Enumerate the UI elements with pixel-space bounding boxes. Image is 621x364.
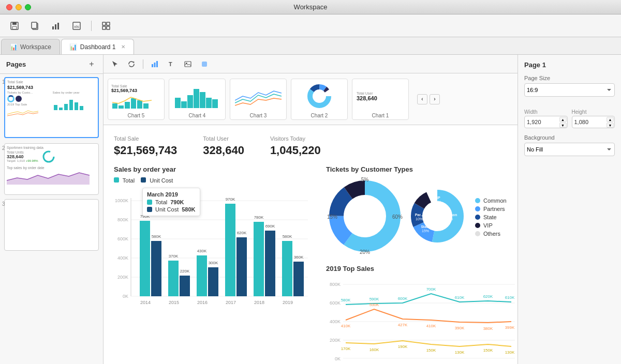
- vip-legend: VIP: [475, 222, 507, 229]
- svg-text:Par...: Par...: [415, 213, 424, 217]
- svg-rect-80: [282, 241, 292, 296]
- vip-label: VIP: [483, 222, 493, 229]
- tooltip-unit-value: 580K: [182, 206, 195, 213]
- svg-text:620K: 620K: [483, 294, 493, 299]
- sidebar-header: Pages +: [0, 55, 103, 74]
- layout-button[interactable]: [98, 19, 114, 33]
- chart-strip-5[interactable]: Total Sale $21,569,743 Chart: [108, 79, 165, 120]
- svg-text:T: T: [169, 61, 172, 67]
- bar-chart-button[interactable]: [147, 57, 162, 71]
- add-page-button[interactable]: +: [86, 59, 97, 69]
- svg-text:600K: 600K: [398, 296, 408, 301]
- minimize-button[interactable]: [16, 4, 22, 10]
- svg-rect-24: [156, 61, 158, 67]
- tab-workspace[interactable]: 📊 Workspace: [1, 39, 60, 54]
- svg-rect-10: [102, 22, 106, 25]
- svg-text:300K: 300K: [209, 261, 218, 265]
- svg-rect-12: [102, 26, 106, 29]
- chart-2-label: Chart 2: [311, 113, 328, 118]
- svg-text:53%: 53%: [446, 217, 453, 221]
- chart-strip-4[interactable]: Chart 4: [169, 79, 226, 120]
- tab-close-icon[interactable]: ✕: [121, 44, 125, 50]
- svg-text:800K: 800K: [330, 282, 341, 287]
- save-button[interactable]: [6, 19, 23, 33]
- page-3-thumb[interactable]: 3: [4, 199, 99, 251]
- charts-strip: Total Sale $21,569,743 Chart: [103, 73, 518, 125]
- chart-strip-2[interactable]: Chart 2: [291, 79, 348, 120]
- svg-rect-37: [187, 95, 193, 108]
- total-legend-label: Total: [123, 177, 135, 184]
- sales-legend: Total Unit Cost: [114, 177, 316, 184]
- svg-rect-68: [197, 255, 207, 296]
- chart-1-label: Chart 1: [372, 113, 389, 118]
- close-button[interactable]: [6, 4, 12, 10]
- svg-point-46: [315, 92, 323, 100]
- partners-label: Partners: [483, 206, 505, 212]
- vip-dot: [475, 223, 480, 228]
- svg-text:10%: 10%: [434, 200, 441, 204]
- svg-rect-81: [293, 262, 304, 296]
- svg-text:1000K: 1000K: [115, 198, 128, 203]
- svg-rect-41: [212, 99, 218, 108]
- width-input[interactable]: 1,920 ▲ ▼: [524, 116, 568, 128]
- background-select[interactable]: No Fill: [524, 143, 615, 156]
- height-up-button[interactable]: ▲: [607, 117, 614, 122]
- image-button[interactable]: [181, 57, 195, 71]
- strip-next-button[interactable]: ›: [430, 94, 440, 104]
- strip-prev-button[interactable]: ‹: [417, 94, 427, 104]
- shape-button[interactable]: [197, 57, 212, 71]
- height-down-button[interactable]: ▼: [607, 123, 614, 128]
- svg-text:580K: 580K: [152, 234, 161, 239]
- width-down-button[interactable]: ▼: [559, 123, 567, 128]
- svg-text:590K: 590K: [369, 297, 379, 301]
- svg-text:170K: 170K: [341, 346, 351, 351]
- height-input[interactable]: 1,080 ▲ ▼: [572, 116, 615, 128]
- refresh-button[interactable]: [124, 57, 139, 71]
- svg-text:2014: 2014: [140, 300, 151, 305]
- copy-button[interactable]: [27, 19, 43, 33]
- text-button[interactable]: T: [164, 57, 179, 71]
- visitors-today-label: Visitors Today: [270, 135, 321, 142]
- chart-button[interactable]: [48, 19, 64, 33]
- chart-strip-1[interactable]: Total User 328,640 Chart 1: [352, 79, 409, 120]
- svg-text:Common: Common: [441, 213, 457, 217]
- svg-text:2016: 2016: [197, 300, 208, 305]
- export-button[interactable]: xls: [68, 19, 85, 33]
- svg-text:360K: 360K: [294, 255, 304, 260]
- total-sale-value: $21,569,743: [114, 144, 177, 157]
- svg-rect-11: [107, 22, 110, 25]
- panel-title: Page 1: [524, 61, 615, 69]
- svg-text:580K: 580K: [341, 298, 351, 302]
- pointer-button[interactable]: [108, 57, 122, 71]
- svg-rect-76: [254, 222, 264, 296]
- tab-dashboard1[interactable]: 📊 Dashboard 1 ✕: [61, 39, 134, 54]
- page-3-number: 3: [2, 201, 5, 207]
- svg-text:0K: 0K: [335, 356, 341, 361]
- page-2-thumb[interactable]: 2 Sportmen training data Total Units 328…: [4, 143, 99, 195]
- chart-strip-3[interactable]: Chart 3: [230, 79, 287, 120]
- background-select-wrapper: No Fill: [524, 143, 615, 162]
- state-legend: State: [475, 214, 507, 220]
- total-legend-dot: [114, 177, 119, 183]
- page-size-select[interactable]: 16:9: [524, 83, 615, 97]
- svg-rect-19: [80, 106, 83, 110]
- traffic-lights: [6, 4, 31, 10]
- svg-text:0K: 0K: [123, 294, 128, 299]
- sales-chart-section: Sales by order year Total Unit Cost: [114, 165, 316, 313]
- svg-text:780K: 780K: [254, 215, 264, 220]
- svg-text:xls: xls: [74, 24, 79, 29]
- width-group: Width 1,920 ▲ ▼: [524, 109, 568, 128]
- tooltip-total-value: 790K: [170, 199, 184, 205]
- page-3-content: [4, 199, 99, 251]
- svg-rect-32: [131, 98, 136, 109]
- svg-text:150K: 150K: [483, 348, 493, 353]
- width-up-button[interactable]: ▲: [559, 117, 567, 122]
- titlebar: Workspace: [0, 0, 621, 14]
- svg-rect-2: [12, 26, 17, 29]
- right-charts-section: Tickets by Customer Types: [326, 165, 518, 364]
- maximize-button[interactable]: [25, 4, 31, 10]
- unit-cost-legend-dot: [141, 177, 146, 183]
- svg-text:190K: 190K: [398, 344, 408, 349]
- svg-rect-7: [57, 23, 59, 29]
- page-1-thumb[interactable]: 1 Total Sale $21,569,743 Tickets by Cust…: [4, 77, 99, 138]
